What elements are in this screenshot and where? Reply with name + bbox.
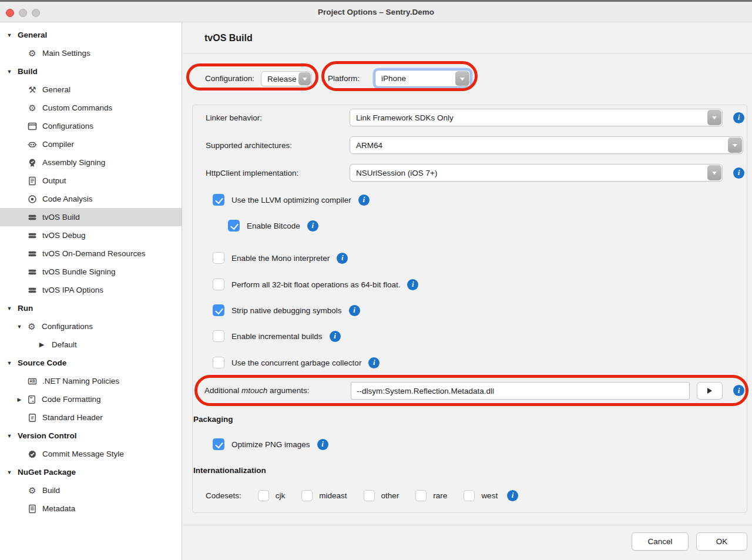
sidebar-item-general[interactable]: ⚒General bbox=[0, 81, 182, 99]
info-icon[interactable]: i bbox=[733, 112, 744, 123]
sidebar-item-code-formatting[interactable]: ▶Code Formatting bbox=[0, 390, 182, 408]
info-icon[interactable]: i bbox=[733, 167, 744, 179]
options-tree-sidebar: ▼General⚙Main Settings▼Build⚒General⚙Cus… bbox=[0, 22, 182, 560]
codeset-other-checkbox[interactable] bbox=[364, 490, 375, 501]
info-icon[interactable]: i bbox=[317, 439, 328, 450]
option-label: Strip native debugging symbols bbox=[231, 306, 342, 315]
info-icon[interactable]: i bbox=[507, 490, 518, 501]
sidebar-item-label: Output bbox=[42, 176, 66, 185]
ok-button[interactable]: OK bbox=[696, 532, 747, 551]
mtouch-arguments-input[interactable] bbox=[351, 382, 690, 400]
info-icon[interactable]: i bbox=[330, 331, 341, 342]
tv-stack-icon bbox=[27, 230, 38, 241]
codeset-cjk-checkbox[interactable] bbox=[258, 490, 269, 501]
chevron-down-icon[interactable] bbox=[455, 71, 469, 86]
sidebar-item-label: tvOS Build bbox=[42, 213, 80, 222]
codeset-label: cjk bbox=[276, 491, 286, 500]
strip-native-debugging-symbols-row: Strip native debugging symbolsi bbox=[213, 303, 360, 317]
chevron-down-icon[interactable] bbox=[298, 72, 311, 85]
play-icon: ▶ bbox=[36, 340, 47, 350]
disclosure-right-icon[interactable]: ▶ bbox=[16, 397, 23, 403]
sidebar-item-build[interactable]: ⚙Build bbox=[0, 481, 182, 499]
chevron-down-icon[interactable] bbox=[707, 165, 721, 180]
platform-dropdown[interactable]: iPhone bbox=[375, 70, 471, 87]
disclosure-down-icon[interactable]: ▼ bbox=[6, 360, 13, 366]
sidebar-item-output[interactable]: Output bbox=[0, 172, 182, 190]
disclosure-down-icon[interactable]: ▼ bbox=[16, 324, 23, 330]
disclosure-down-icon[interactable]: ▼ bbox=[6, 433, 13, 439]
cancel-button[interactable]: Cancel bbox=[632, 532, 689, 551]
disclosure-down-icon[interactable]: ▼ bbox=[6, 32, 13, 38]
sidebar-item-configurations[interactable]: Configurations bbox=[0, 117, 182, 135]
sidebar-item-version-control[interactable]: ▼Version Control bbox=[0, 427, 182, 445]
enable-the-mono-interpreter-checkbox[interactable] bbox=[213, 252, 224, 264]
enable-bitcode-checkbox[interactable] bbox=[228, 220, 240, 232]
tv-stack-icon bbox=[27, 212, 38, 223]
optimize-png-row: Optimize PNG images i bbox=[213, 437, 328, 451]
mtouch-run-button[interactable] bbox=[697, 382, 723, 400]
supported-architectures-dropdown[interactable]: ARM64 bbox=[350, 136, 743, 154]
disclosure-down-icon[interactable]: ▼ bbox=[6, 470, 13, 475]
strip-native-debugging-symbols-checkbox[interactable] bbox=[213, 304, 224, 316]
sidebar-item-standard-header[interactable]: #Standard Header bbox=[0, 408, 182, 427]
sidebar-item-custom-commands[interactable]: ⚙Custom Commands bbox=[0, 99, 182, 117]
sidebar-item-commit-message-style[interactable]: Commit Message Style bbox=[0, 445, 182, 463]
page-title: tvOS Build bbox=[204, 33, 253, 43]
sidebar-item-configurations[interactable]: ▼⚙Configurations bbox=[0, 317, 182, 336]
platform-label: Platform: bbox=[328, 74, 360, 83]
document-icon bbox=[27, 176, 38, 186]
internationalization-heading: Internationalization bbox=[193, 466, 266, 475]
sidebar-item-default[interactable]: ▶Default bbox=[0, 336, 182, 354]
info-icon[interactable]: i bbox=[337, 253, 348, 264]
sidebar-item-nuget-package[interactable]: ▼NuGet Package bbox=[0, 463, 182, 481]
codeset-rare-checkbox[interactable] bbox=[415, 490, 427, 501]
perform-all-32-bit-float-operations-as-64-bit-float-checkbox[interactable] bbox=[213, 279, 224, 290]
sidebar-item-tvos-on-demand-resources[interactable]: tvOS On-Demand Resources bbox=[0, 244, 182, 263]
info-icon[interactable]: i bbox=[407, 279, 418, 290]
linker-behavior-dropdown[interactable]: Link Framework SDKs Only bbox=[350, 109, 723, 126]
info-icon[interactable]: i bbox=[307, 220, 318, 232]
use-the-llvm-optimizing-compiler-checkbox[interactable] bbox=[213, 194, 224, 206]
chevron-down-icon[interactable] bbox=[728, 138, 742, 153]
codeset-west: west bbox=[464, 490, 498, 501]
chevron-down-icon[interactable] bbox=[707, 110, 721, 125]
enable-incremental-builds-checkbox[interactable] bbox=[213, 330, 224, 342]
sidebar-item-metadata[interactable]: Metadata bbox=[0, 499, 182, 518]
sidebar-item-label: Configurations bbox=[42, 122, 93, 130]
check-circle-icon bbox=[27, 449, 38, 460]
sidebar-item-run[interactable]: ▼Run bbox=[0, 299, 182, 317]
codeset-west-checkbox[interactable] bbox=[464, 490, 475, 501]
optimize-png-checkbox[interactable] bbox=[213, 438, 224, 450]
sidebar-item-tvos-bundle-signing[interactable]: tvOS Bundle Signing bbox=[0, 263, 182, 281]
codeset-label: rare bbox=[433, 491, 447, 500]
sidebar-item-tvos-build[interactable]: tvOS Build bbox=[0, 208, 182, 226]
codesets-row: Codesets: cjkmideastotherrarewesti bbox=[206, 488, 518, 502]
sidebar-item-main-settings[interactable]: ⚙Main Settings bbox=[0, 44, 182, 62]
sidebar-item-assembly-signing[interactable]: Assembly Signing bbox=[0, 153, 182, 172]
sidebar-item-tvos-debug[interactable]: tvOS Debug bbox=[0, 226, 182, 244]
codeset-mideast-checkbox[interactable] bbox=[301, 490, 313, 501]
disclosure-down-icon[interactable]: ▼ bbox=[6, 306, 13, 311]
codeset-rare: rare bbox=[415, 490, 447, 501]
disclosure-down-icon[interactable]: ▼ bbox=[6, 69, 13, 75]
use-the-concurrent-garbage-collector-checkbox[interactable] bbox=[213, 357, 224, 368]
sidebar-item-build[interactable]: ▼Build bbox=[0, 62, 182, 81]
enable-bitcode-row: Enable Bitcodei bbox=[228, 219, 318, 233]
codeset-other: other bbox=[364, 490, 400, 501]
info-icon[interactable]: i bbox=[358, 195, 370, 206]
dropdown-value: Link Framework SDKs Only bbox=[356, 109, 454, 126]
httpclient-implementation-dropdown[interactable]: NSUrlSession (iOS 7+) bbox=[350, 164, 723, 182]
footer-divider bbox=[183, 525, 752, 525]
sidebar-item-general[interactable]: ▼General bbox=[0, 26, 182, 44]
title-bar: Project Options – Sentry.Demo bbox=[0, 2, 752, 22]
sidebar-item-tvos-ipa-options[interactable]: tvOS IPA Options bbox=[0, 281, 182, 299]
info-icon[interactable]: i bbox=[733, 385, 744, 396]
sidebar-item-label: Configurations bbox=[42, 322, 93, 331]
sidebar-item-source-code[interactable]: ▼Source Code bbox=[0, 354, 182, 372]
sidebar-item-code-analysis[interactable]: Code Analysis bbox=[0, 190, 182, 208]
info-icon[interactable]: i bbox=[368, 357, 380, 368]
sidebar-item-compiler[interactable]: Compiler bbox=[0, 135, 182, 153]
configuration-dropdown[interactable]: Release bbox=[261, 71, 312, 86]
sidebar-item-net-naming-policies[interactable]: AB.NET Naming Policies bbox=[0, 372, 182, 390]
info-icon[interactable]: i bbox=[349, 305, 360, 316]
